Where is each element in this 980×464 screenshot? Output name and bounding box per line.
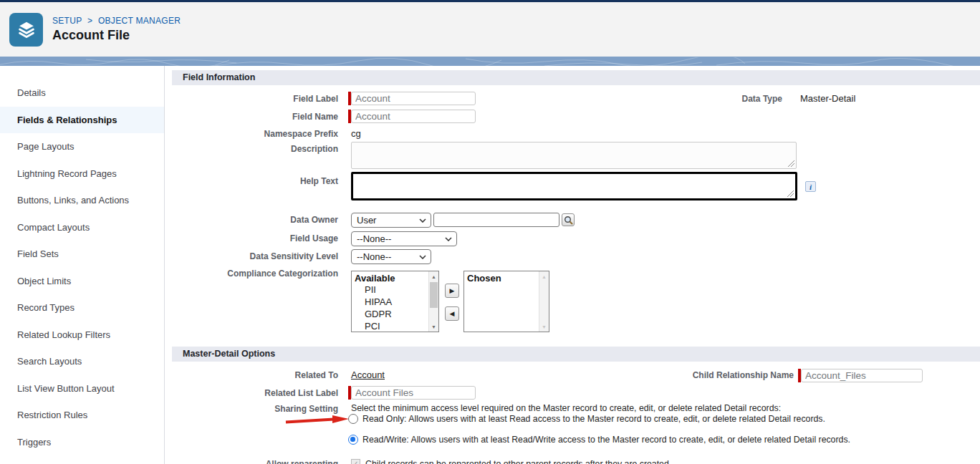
data-owner-label: Data Owner bbox=[172, 213, 338, 227]
help-text-row: Help Text i bbox=[172, 170, 980, 202]
help-info-icon[interactable]: i bbox=[805, 181, 816, 192]
section-header-field-information: Field Information bbox=[172, 70, 980, 85]
available-scrollbar[interactable]: ▲ ▼ bbox=[428, 271, 438, 332]
field-usage-select-value: --None-- bbox=[357, 233, 391, 244]
compliance-categorization-row: Compliance Categorization Available PII … bbox=[172, 269, 980, 334]
scroll-up-icon[interactable]: ▲ bbox=[429, 271, 438, 281]
available-option-hipaa[interactable]: HIPAA bbox=[352, 296, 438, 308]
child-relationship-name-input[interactable] bbox=[801, 369, 923, 382]
related-list-label-row: Related List Label bbox=[172, 386, 980, 402]
read-only-radio-label: Read Only: Allows users with at least Re… bbox=[362, 414, 825, 425]
description-label: Description bbox=[172, 144, 338, 154]
chevron-down-icon bbox=[419, 218, 426, 223]
related-list-label-input[interactable] bbox=[351, 386, 476, 400]
related-to-link[interactable]: Account bbox=[351, 368, 385, 382]
read-write-radio-label: Read/Write: Allows users with at least R… bbox=[362, 435, 850, 445]
chosen-listbox[interactable]: Chosen ▲ ▼ bbox=[463, 271, 549, 332]
field-usage-select[interactable]: --None-- bbox=[351, 231, 457, 246]
allow-reparenting-label: Allow reparenting bbox=[172, 458, 338, 464]
related-list-label-label: Related List Label bbox=[172, 386, 338, 400]
chosen-listbox-header: Chosen bbox=[464, 271, 549, 284]
available-option-pii[interactable]: PII bbox=[352, 284, 438, 296]
lookup-button[interactable] bbox=[562, 213, 575, 226]
sidebar-item-related-lookup-filters[interactable]: Related Lookup Filters bbox=[0, 322, 164, 349]
sidebar-item-fields-relationships[interactable]: Fields & Relationships bbox=[0, 107, 164, 134]
compliance-categorization-label: Compliance Categorization bbox=[172, 269, 338, 279]
scroll-up-icon: ▲ bbox=[539, 271, 549, 281]
sidebar-item-lightning-record-pages[interactable]: Lightning Record Pages bbox=[0, 160, 164, 188]
breadcrumb-separator: > bbox=[87, 16, 92, 26]
field-label-row: Field Label Data Type Master-Detail bbox=[172, 92, 980, 106]
chevron-down-icon bbox=[445, 237, 452, 241]
sidebar-item-restriction-rules[interactable]: Restriction Rules bbox=[0, 402, 164, 429]
allow-reparenting-text: Child records can be reparented to other… bbox=[365, 459, 669, 464]
sharing-setting-row: Sharing Setting Select the minimum acces… bbox=[172, 402, 980, 458]
help-text-textarea[interactable] bbox=[351, 172, 797, 200]
available-listbox[interactable]: Available PII HIPAA GDPR PCI ▲ ▼ bbox=[351, 271, 439, 332]
data-sensitivity-select-value: --None-- bbox=[357, 251, 391, 262]
help-text-label: Help Text bbox=[172, 176, 338, 186]
sharing-setting-instruction: Select the minimum access level required… bbox=[351, 403, 781, 413]
namespace-prefix-label: Namespace Prefix bbox=[172, 127, 338, 141]
sidebar-item-object-limits[interactable]: Object Limits bbox=[0, 268, 164, 295]
move-to-available-button[interactable]: ◀ bbox=[445, 306, 459, 321]
sidebar-item-search-layouts[interactable]: Search Layouts bbox=[0, 348, 164, 375]
object-manager-field-page: SETUP > OBJECT MANAGER Account File Deta… bbox=[0, 0, 980, 464]
sharing-setting-label: Sharing Setting bbox=[172, 404, 338, 414]
sidebar-item-page-layouts[interactable]: Page Layouts bbox=[0, 133, 164, 160]
available-option-pci[interactable]: PCI bbox=[352, 320, 438, 332]
scroll-down-icon: ▼ bbox=[539, 322, 549, 332]
available-option-gdpr[interactable]: GDPR bbox=[352, 308, 438, 320]
read-only-radio[interactable] bbox=[348, 414, 358, 424]
breadcrumb: SETUP > OBJECT MANAGER bbox=[52, 16, 181, 26]
header-text: SETUP > OBJECT MANAGER Account File bbox=[52, 16, 181, 43]
field-name-label: Field Name bbox=[172, 110, 338, 124]
breadcrumb-setup-link[interactable]: SETUP bbox=[52, 16, 82, 26]
resize-grip-icon[interactable] bbox=[788, 160, 794, 167]
data-sensitivity-label: Data Sensitivity Level bbox=[172, 249, 338, 264]
chosen-scrollbar: ▲ ▼ bbox=[539, 271, 549, 332]
available-listbox-header: Available bbox=[352, 271, 438, 284]
read-write-radio[interactable] bbox=[348, 435, 358, 445]
field-label-input[interactable] bbox=[351, 92, 476, 105]
related-to-row: Related To Account Child Relationship Na… bbox=[172, 368, 980, 384]
move-to-chosen-button[interactable]: ▶ bbox=[445, 284, 459, 298]
sidebar-item-list-view-button-layout[interactable]: List View Button Layout bbox=[0, 375, 164, 402]
setup-header: SETUP > OBJECT MANAGER Account File bbox=[0, 2, 980, 57]
sidebar-item-details[interactable]: Details bbox=[0, 79, 164, 107]
child-relationship-name-label: Child Relationship Name bbox=[628, 368, 794, 382]
magnifier-icon bbox=[564, 216, 573, 225]
breadcrumb-object-manager-link[interactable]: OBJECT MANAGER bbox=[98, 16, 181, 26]
related-to-label: Related To bbox=[172, 368, 338, 382]
data-sensitivity-select[interactable]: --None-- bbox=[351, 249, 431, 264]
sidebar-item-record-types[interactable]: Record Types bbox=[0, 294, 164, 322]
chevron-down-icon bbox=[419, 255, 426, 259]
sidebar: Details Fields & Relationships Page Layo… bbox=[0, 66, 165, 464]
scrollbar-thumb[interactable] bbox=[430, 282, 438, 308]
main-content: Field Information Field Label Data Type … bbox=[172, 66, 980, 464]
brand-strip bbox=[0, 57, 980, 66]
brand-strip-waves bbox=[0, 57, 980, 66]
scroll-down-icon[interactable]: ▼ bbox=[429, 322, 438, 332]
field-name-input[interactable] bbox=[351, 110, 476, 123]
field-usage-row: Field Usage --None-- bbox=[172, 231, 980, 247]
description-row: Description bbox=[172, 140, 980, 172]
field-usage-label: Field Usage bbox=[172, 231, 338, 246]
sidebar-item-buttons-links-actions[interactable]: Buttons, Links, and Actions bbox=[0, 187, 164, 214]
data-type-label: Data Type bbox=[724, 92, 782, 106]
description-textarea[interactable] bbox=[351, 142, 797, 169]
object-layers-icon bbox=[9, 13, 43, 47]
section-header-master-detail-options: Master-Detail Options bbox=[172, 347, 980, 362]
resize-grip-icon[interactable] bbox=[787, 190, 794, 197]
sidebar-item-compact-layouts[interactable]: Compact Layouts bbox=[0, 214, 164, 241]
data-owner-select-value: User bbox=[357, 215, 376, 226]
page-title: Account File bbox=[52, 28, 181, 43]
sidebar-item-field-sets[interactable]: Field Sets bbox=[0, 241, 164, 268]
data-owner-select[interactable]: User bbox=[351, 213, 431, 228]
data-owner-input[interactable] bbox=[433, 213, 559, 227]
allow-reparenting-checkbox[interactable]: ✓ bbox=[351, 459, 360, 464]
namespace-prefix-row: Namespace Prefix cg bbox=[172, 127, 980, 141]
field-label-label: Field Label bbox=[172, 92, 338, 106]
sidebar-item-triggers[interactable]: Triggers bbox=[0, 429, 164, 456]
layers-icon-glyph bbox=[16, 19, 37, 40]
